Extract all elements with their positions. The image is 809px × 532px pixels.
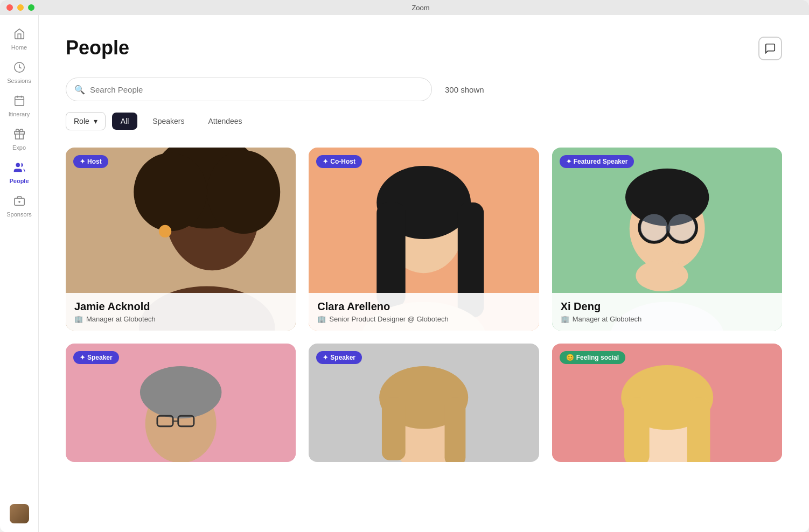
filter-row: Role ▾ All Speakers Attendees <box>66 112 782 130</box>
badge-label-6: Feeling social <box>576 354 619 361</box>
sidebar-item-itinerary[interactable]: Itinerary <box>2 90 37 122</box>
person-card-6[interactable]: 😊 Feeling social <box>552 344 782 462</box>
svg-point-36 <box>140 366 222 418</box>
svg-rect-21 <box>377 202 406 307</box>
sponsors-icon <box>13 195 25 209</box>
app-window: Zoom Home Sess <box>0 0 809 532</box>
sidebar-item-home[interactable]: Home <box>2 24 37 55</box>
badge-icon-4: ✦ <box>80 354 85 361</box>
close-button[interactable] <box>6 4 13 11</box>
person-card-3[interactable]: ✦ Featured Speaker Xi Deng 🏢 Manager at … <box>552 148 782 331</box>
svg-rect-43 <box>382 397 406 460</box>
sidebar-label-itinerary: Itinerary <box>9 111 30 117</box>
role-dropdown[interactable]: Role ▾ <box>66 112 106 130</box>
filter-speakers[interactable]: Speakers <box>144 113 193 130</box>
people-icon <box>13 162 25 176</box>
person-role-2: 🏢 Senior Product Designer @ Globotech <box>317 315 530 323</box>
maximize-button[interactable] <box>28 4 34 11</box>
svg-point-7 <box>16 163 19 167</box>
person-card-1[interactable]: ✦ Host Jamie Acknold 🏢 Manager at Globot… <box>66 148 296 331</box>
svg-point-14 <box>207 150 280 234</box>
titlebar: Zoom <box>0 0 809 15</box>
svg-rect-1 <box>15 97 24 106</box>
sidebar-label-sessions: Sessions <box>7 78 31 84</box>
minimize-button[interactable] <box>17 4 24 11</box>
app-body: Home Sessions <box>0 15 809 532</box>
badge-icon-6: 😊 <box>566 354 574 361</box>
search-input[interactable] <box>66 78 432 101</box>
filter-all[interactable]: All <box>112 113 138 130</box>
search-input-wrap: 🔍 <box>66 78 432 101</box>
shown-count: 300 shown <box>445 85 484 94</box>
sidebar-item-sponsors[interactable]: Sponsors <box>2 191 37 222</box>
filter-attendees[interactable]: Attendees <box>200 113 251 130</box>
people-grid: ✦ Host Jamie Acknold 🏢 Manager at Globot… <box>66 148 782 462</box>
svg-rect-48 <box>624 397 650 462</box>
building-icon-3: 🏢 <box>561 315 569 323</box>
badge-label-1: Host <box>87 158 102 165</box>
sidebar-item-sessions[interactable]: Sessions <box>2 57 37 88</box>
person-info-1: Jamie Acknold 🏢 Manager at Globotech <box>66 293 296 331</box>
user-avatar[interactable] <box>10 504 29 523</box>
building-icon-1: 🏢 <box>74 315 83 323</box>
svg-rect-49 <box>687 397 710 462</box>
person-card-4[interactable]: ✦ Speaker <box>66 344 296 462</box>
sidebar: Home Sessions <box>0 15 39 532</box>
svg-point-30 <box>640 214 668 241</box>
person-name-3: Xi Deng <box>561 300 773 313</box>
building-icon-2: 🏢 <box>317 315 326 323</box>
svg-point-15 <box>134 153 207 232</box>
sessions-icon <box>13 61 25 75</box>
badge-label-2: Co-Host <box>330 158 355 165</box>
svg-point-17 <box>159 225 171 237</box>
person-info-2: Clara Arelleno 🏢 Senior Product Designer… <box>309 293 539 331</box>
badge-icon-3: ✦ <box>566 158 571 165</box>
badge-icon-1: ✦ <box>80 158 85 165</box>
chat-icon <box>764 43 776 54</box>
sidebar-label-expo: Expo <box>12 144 26 151</box>
search-row: 🔍 300 shown <box>66 78 782 101</box>
svg-rect-44 <box>445 397 466 462</box>
badge-3: ✦ Featured Speaker <box>560 155 634 168</box>
person-card-5[interactable]: ✦ Speaker <box>309 344 539 462</box>
person-name-1: Jamie Acknold <box>74 300 287 313</box>
avatar-image <box>10 504 29 523</box>
person-info-3: Xi Deng 🏢 Manager at Globotech <box>552 293 782 331</box>
page-header: People <box>66 37 782 60</box>
page-title: People <box>66 37 129 59</box>
person-card-2[interactable]: ✦ Co-Host Clara Arelleno 🏢 Senior Produc… <box>309 148 539 331</box>
role-label: Role <box>74 117 89 125</box>
sidebar-label-home: Home <box>11 44 27 51</box>
badge-6: 😊 Feeling social <box>560 351 625 364</box>
svg-point-31 <box>668 214 695 241</box>
svg-point-32 <box>636 260 688 291</box>
chevron-down-icon: ▾ <box>94 117 97 125</box>
sidebar-label-people: People <box>9 178 29 184</box>
badge-icon-2: ✦ <box>323 158 328 165</box>
sidebar-item-expo[interactable]: Expo <box>2 124 37 155</box>
badge-4: ✦ Speaker <box>73 351 119 364</box>
badge-label-4: Speaker <box>87 354 113 361</box>
badge-1: ✦ Host <box>73 155 108 168</box>
sidebar-label-sponsors: Sponsors <box>6 211 31 218</box>
chat-button[interactable] <box>758 37 782 60</box>
badge-label-3: Featured Speaker <box>574 158 628 165</box>
window-title: Zoom <box>39 4 803 12</box>
badge-5: ✦ Speaker <box>316 351 362 364</box>
main-content: People 🔍 300 shown Role ▾ <box>39 15 809 532</box>
badge-icon-5: ✦ <box>323 354 328 361</box>
home-icon <box>13 28 25 42</box>
svg-point-26 <box>625 169 709 226</box>
itinerary-icon <box>13 95 25 109</box>
person-role-1: 🏢 Manager at Globotech <box>74 315 287 323</box>
badge-label-5: Speaker <box>330 354 355 361</box>
search-icon: 🔍 <box>74 85 85 95</box>
person-name-2: Clara Arelleno <box>317 300 530 313</box>
person-role-3: 🏢 Manager at Globotech <box>561 315 773 323</box>
expo-icon <box>13 128 25 142</box>
badge-2: ✦ Co-Host <box>316 155 362 168</box>
sidebar-item-people[interactable]: People <box>2 157 37 188</box>
